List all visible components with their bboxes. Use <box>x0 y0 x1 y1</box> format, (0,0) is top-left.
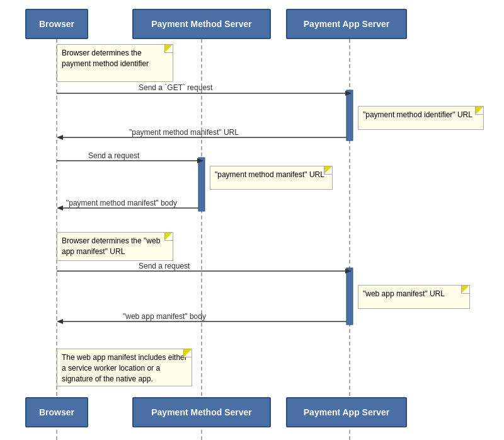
header-browser: Browser <box>25 9 88 39</box>
label-get-request: Send a `GET` request <box>139 83 212 92</box>
label-web-app-manifest-body: "web app manifest" body <box>123 312 206 321</box>
svg-rect-4 <box>198 158 205 211</box>
footer-payment-app-server: Payment App Server <box>286 397 407 427</box>
footer-payment-method-server: Payment Method Server <box>132 397 271 427</box>
svg-rect-5 <box>346 268 353 325</box>
svg-rect-3 <box>346 90 353 141</box>
note-web-app-includes: The web app manifest includes either a s… <box>57 349 192 386</box>
note-payment-method-id-url: "payment method identifier" URL <box>358 106 484 130</box>
label-send-request-2: Send a request <box>88 151 139 160</box>
header-payment-method-server: Payment Method Server <box>132 9 271 39</box>
sequence-diagram: Browser Payment Method Server Payment Ap… <box>0 0 504 440</box>
footer-browser: Browser <box>25 397 88 427</box>
svg-marker-15 <box>345 269 352 274</box>
header-payment-app-server: Payment App Server <box>286 9 407 39</box>
svg-marker-11 <box>197 158 203 163</box>
svg-marker-9 <box>57 135 63 140</box>
label-manifest-body: "payment method manifest" body <box>66 199 177 207</box>
svg-marker-13 <box>57 206 63 211</box>
label-manifest-url: "payment method manifest" URL <box>129 128 239 137</box>
note-browser-determines: Browser determines the payment method id… <box>57 44 173 82</box>
note-browser-determines-manifest: Browser determines the "web app manifest… <box>57 232 173 261</box>
svg-marker-7 <box>345 91 352 96</box>
note-manifest-url-right: "payment method manifest" URL <box>210 166 333 190</box>
svg-marker-17 <box>57 319 63 324</box>
note-web-app-manifest-url: "web app manifest" URL <box>358 285 470 309</box>
label-send-request-3: Send a request <box>139 262 190 270</box>
